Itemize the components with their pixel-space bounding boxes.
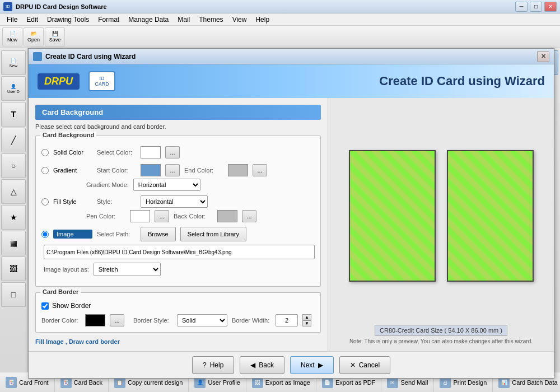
status-text: Fill Image , Draw card border <box>35 338 321 345</box>
cancel-icon: ✕ <box>350 361 356 369</box>
cancel-button[interactable]: ✕ Cancel <box>339 356 390 374</box>
toolbar-save[interactable]: 💾 Save <box>45 27 65 46</box>
fill-style-radio[interactable] <box>41 198 49 206</box>
gradient-label: Gradient <box>53 167 92 174</box>
sidebar-item-ellipse[interactable]: ○ <box>1 153 26 178</box>
fill-style-label: Fill Style <box>53 198 92 205</box>
new-icon: 📄 <box>10 31 16 36</box>
cancel-label: Cancel <box>359 361 380 369</box>
barcode-icon: ▦ <box>10 239 17 248</box>
sidebar-item-line[interactable]: ╱ <box>1 128 26 152</box>
menu-edit[interactable]: Edit <box>22 15 43 25</box>
back-color-picker-btn[interactable]: ... <box>242 210 256 222</box>
toolbar: 📄 New 📂 Open 💾 Save <box>0 26 560 48</box>
border-width-input[interactable] <box>276 314 298 326</box>
help-button[interactable]: ? Help <box>192 356 234 374</box>
image-layout-select[interactable]: Stretch Tile Center Zoom <box>94 263 161 276</box>
image-radio[interactable] <box>41 231 49 238</box>
sidebar-item-star[interactable]: ★ <box>1 205 26 230</box>
gradient-mode-select[interactable]: Horizontal Vertical Diagonal <box>133 179 200 191</box>
card-batch-label: Card Batch Data <box>512 379 557 386</box>
back-icon: ◀ <box>250 361 255 369</box>
star-icon: ★ <box>10 213 17 222</box>
left-sidebar: 📄 New 👤 User D T ╱ ○ △ ★ ▦ 🖼 □ <box>0 48 28 372</box>
sidebar-item-text[interactable]: T <box>1 102 26 127</box>
fill-style-select[interactable]: Horizontal Vertical Cross <box>141 195 208 208</box>
select-path-label: Select Path: <box>97 231 136 237</box>
back-button[interactable]: ◀ Back <box>240 356 284 374</box>
border-width-label: Border Width: <box>232 317 271 324</box>
sidebar-item-userdata[interactable]: 👤 User D <box>1 76 26 101</box>
select-color-label: Select Color: <box>97 149 136 156</box>
maximize-btn[interactable]: □ <box>530 2 542 12</box>
dialog-title: Create ID Card using Wizard <box>45 53 537 60</box>
dialog-icon <box>33 52 42 61</box>
menu-help[interactable]: Help <box>251 15 274 25</box>
gradient-radio[interactable] <box>41 167 49 174</box>
next-icon: ▶ <box>318 361 323 369</box>
sidebar-item-barcode[interactable]: ▦ <box>1 231 26 255</box>
sidebar-item-triangle[interactable]: △ <box>1 179 26 204</box>
fill-style-row: Fill Style Style: Horizontal Vertical Cr… <box>41 195 315 222</box>
dialog-close-btn[interactable]: ✕ <box>537 51 549 62</box>
menu-view[interactable]: View <box>228 15 251 25</box>
dialog-title-bar: Create ID Card using Wizard ✕ <box>29 49 554 64</box>
show-border-row: Show Border <box>41 302 315 310</box>
card-preview-front <box>349 150 436 282</box>
spin-down-btn[interactable]: ▼ <box>302 320 311 326</box>
open-icon: 📂 <box>31 31 37 36</box>
toolbar-open[interactable]: 📂 Open <box>24 27 44 46</box>
menu-manage-data[interactable]: Manage Data <box>124 15 173 25</box>
app-title: DRPU ID Card Design Software <box>16 3 515 10</box>
back-label: Back <box>259 361 274 369</box>
start-color-picker-btn[interactable]: ... <box>165 164 180 176</box>
menu-file[interactable]: File <box>2 15 22 25</box>
gradient-row: Gradient Start Color: ... End Color: ... <box>41 164 315 191</box>
dialog-body: Card Background Please select card backg… <box>29 98 554 351</box>
menu-themes[interactable]: Themes <box>194 15 227 25</box>
gradient-mode-label: Gradient Mode: <box>86 181 129 188</box>
menu-format[interactable]: Format <box>94 15 124 25</box>
spin-up-btn[interactable]: ▲ <box>302 314 311 320</box>
sidebar-item-shape[interactable]: □ <box>1 282 26 307</box>
border-width-spinner: ▲ ▼ <box>302 314 311 326</box>
new-doc-icon: 📄 <box>11 58 16 63</box>
show-border-label: Show Border <box>52 302 91 310</box>
close-btn[interactable]: ✕ <box>544 2 557 12</box>
solid-color-picker-btn[interactable]: ... <box>165 146 180 158</box>
show-border-checkbox[interactable] <box>41 302 49 310</box>
section-desc: Please select card background and card b… <box>35 123 321 130</box>
select-library-button[interactable]: Select from Library <box>180 227 246 241</box>
triangle-icon: △ <box>11 187 17 196</box>
browse-button[interactable]: Browse <box>141 227 176 241</box>
sidebar-item-new[interactable]: 📄 New <box>1 50 26 75</box>
help-icon: ? <box>203 361 207 369</box>
toolbar-new[interactable]: 📄 New <box>2 27 22 46</box>
end-color-picker-btn[interactable]: ... <box>253 164 267 176</box>
border-color-picker-btn[interactable]: ... <box>110 314 124 326</box>
right-panel: CR80-Credit Card Size ( 54.10 X 86.00 mm… <box>328 98 554 351</box>
save-label: Save <box>49 37 61 43</box>
sidebar-item-image[interactable]: 🖼 <box>1 256 26 281</box>
menu-drawing-tools[interactable]: Drawing Tools <box>43 15 94 25</box>
print-design-label: Print Design <box>453 379 487 386</box>
border-color-label: Border Color: <box>41 317 81 324</box>
solid-color-radio[interactable] <box>41 149 49 156</box>
next-button[interactable]: Next ▶ <box>290 356 334 374</box>
pen-color-label: Pen Color: <box>86 213 125 220</box>
menu-mail[interactable]: Mail <box>173 15 194 25</box>
card-border-group: Card Border Show Border Border Color: ..… <box>35 292 321 333</box>
send-mail-label: Send Mail <box>400 379 428 386</box>
save-icon: 💾 <box>52 31 58 36</box>
image-path-input[interactable] <box>44 245 315 259</box>
next-label: Next <box>301 361 315 369</box>
card-preview-back <box>447 150 534 282</box>
pen-color-picker-btn[interactable]: ... <box>155 210 169 222</box>
start-color-label: Start Color: <box>97 167 136 174</box>
border-style-select[interactable]: Solid Dashed Dotted <box>177 314 227 326</box>
border-style-label: Border Style: <box>133 317 172 324</box>
minimize-btn[interactable]: ─ <box>515 2 528 12</box>
solid-color-label: Solid Color <box>53 149 92 156</box>
border-color-box <box>85 314 105 326</box>
user-icon: 👤 <box>11 84 16 89</box>
